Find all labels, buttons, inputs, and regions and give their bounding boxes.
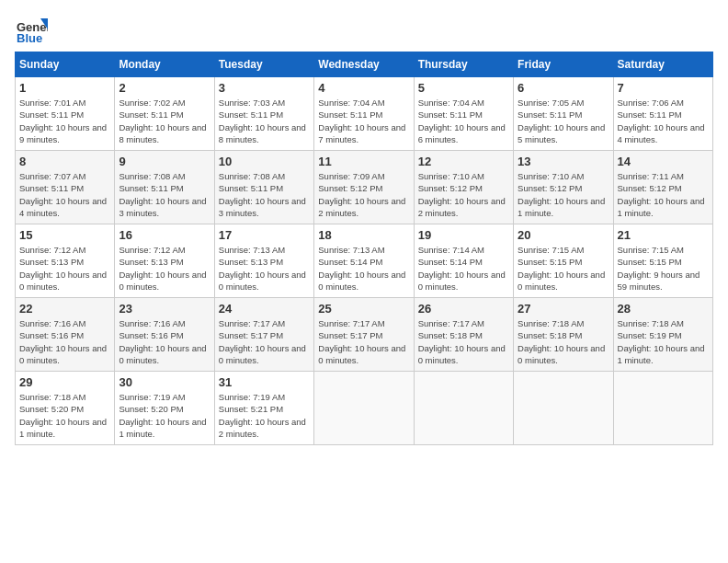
calendar-week-row: 29 Sunrise: 7:18 AM Sunset: 5:20 PM Dayl… (16, 372, 713, 445)
calendar-cell: 28 Sunrise: 7:18 AM Sunset: 5:19 PM Dayl… (613, 298, 712, 372)
day-number: 2 (119, 81, 210, 95)
day-info: Sunrise: 7:18 AM Sunset: 5:19 PM Dayligh… (618, 317, 709, 366)
calendar-week-row: 8 Sunrise: 7:07 AM Sunset: 5:11 PM Dayli… (16, 151, 713, 224)
day-number: 5 (418, 81, 509, 95)
day-info: Sunrise: 7:15 AM Sunset: 5:15 PM Dayligh… (618, 244, 709, 293)
calendar-cell: 16 Sunrise: 7:12 AM Sunset: 5:13 PM Dayl… (115, 224, 214, 298)
page-header: General Blue (15, 15, 713, 48)
calendar-cell: 14 Sunrise: 7:11 AM Sunset: 5:12 PM Dayl… (613, 151, 712, 224)
calendar-cell: 31 Sunrise: 7:19 AM Sunset: 5:21 PM Dayl… (214, 372, 313, 445)
calendar-cell: 2 Sunrise: 7:02 AM Sunset: 5:11 PM Dayli… (115, 77, 214, 151)
day-number: 28 (618, 302, 709, 316)
calendar-cell (613, 372, 712, 445)
day-number: 14 (618, 155, 709, 168)
calendar-cell: 21 Sunrise: 7:15 AM Sunset: 5:15 PM Dayl… (613, 224, 712, 298)
day-info: Sunrise: 7:10 AM Sunset: 5:12 PM Dayligh… (418, 170, 509, 219)
day-info: Sunrise: 7:04 AM Sunset: 5:11 PM Dayligh… (318, 97, 409, 145)
day-info: Sunrise: 7:11 AM Sunset: 5:12 PM Dayligh… (618, 170, 709, 219)
calendar-cell: 10 Sunrise: 7:08 AM Sunset: 5:11 PM Dayl… (214, 151, 313, 224)
day-number: 20 (518, 228, 609, 242)
day-info: Sunrise: 7:07 AM Sunset: 5:11 PM Dayligh… (19, 170, 110, 219)
day-info: Sunrise: 7:19 AM Sunset: 5:21 PM Dayligh… (219, 391, 310, 440)
day-number: 22 (19, 302, 110, 316)
day-info: Sunrise: 7:06 AM Sunset: 5:11 PM Dayligh… (618, 97, 709, 145)
day-info: Sunrise: 7:02 AM Sunset: 5:11 PM Dayligh… (119, 97, 210, 145)
day-info: Sunrise: 7:09 AM Sunset: 5:12 PM Dayligh… (318, 170, 409, 219)
weekday-header-monday: Monday (115, 52, 214, 77)
day-info: Sunrise: 7:04 AM Sunset: 5:11 PM Dayligh… (418, 97, 509, 145)
day-number: 19 (418, 228, 509, 242)
day-number: 24 (219, 302, 310, 316)
calendar-cell: 13 Sunrise: 7:10 AM Sunset: 5:12 PM Dayl… (514, 151, 613, 224)
day-info: Sunrise: 7:17 AM Sunset: 5:18 PM Dayligh… (418, 317, 509, 366)
calendar-cell: 27 Sunrise: 7:18 AM Sunset: 5:18 PM Dayl… (514, 298, 613, 372)
day-number: 15 (19, 228, 110, 242)
day-number: 29 (19, 375, 110, 389)
calendar-cell: 22 Sunrise: 7:16 AM Sunset: 5:16 PM Dayl… (16, 298, 115, 372)
day-number: 10 (219, 155, 310, 168)
weekday-header-saturday: Saturday (613, 52, 712, 77)
weekday-header-thursday: Thursday (414, 52, 513, 77)
day-info: Sunrise: 7:08 AM Sunset: 5:11 PM Dayligh… (219, 170, 310, 219)
calendar-week-row: 1 Sunrise: 7:01 AM Sunset: 5:11 PM Dayli… (16, 77, 713, 151)
day-info: Sunrise: 7:10 AM Sunset: 5:12 PM Dayligh… (518, 170, 609, 219)
calendar-cell: 24 Sunrise: 7:17 AM Sunset: 5:17 PM Dayl… (214, 298, 313, 372)
calendar-cell: 9 Sunrise: 7:08 AM Sunset: 5:11 PM Dayli… (115, 151, 214, 224)
day-info: Sunrise: 7:19 AM Sunset: 5:20 PM Dayligh… (119, 391, 210, 440)
svg-text:Blue: Blue (17, 31, 42, 45)
weekday-header-sunday: Sunday (16, 52, 115, 77)
day-number: 31 (219, 375, 310, 389)
calendar-week-row: 15 Sunrise: 7:12 AM Sunset: 5:13 PM Dayl… (16, 224, 713, 298)
calendar-cell: 11 Sunrise: 7:09 AM Sunset: 5:12 PM Dayl… (314, 151, 414, 224)
calendar-table: SundayMondayTuesdayWednesdayThursdayFrid… (15, 52, 713, 445)
day-number: 8 (19, 155, 110, 168)
calendar-cell (314, 372, 414, 445)
calendar-cell: 4 Sunrise: 7:04 AM Sunset: 5:11 PM Dayli… (314, 77, 414, 151)
day-info: Sunrise: 7:17 AM Sunset: 5:17 PM Dayligh… (219, 317, 310, 366)
calendar-cell: 12 Sunrise: 7:10 AM Sunset: 5:12 PM Dayl… (414, 151, 513, 224)
weekday-header-wednesday: Wednesday (314, 52, 414, 77)
calendar-cell: 3 Sunrise: 7:03 AM Sunset: 5:11 PM Dayli… (214, 77, 313, 151)
calendar-week-row: 22 Sunrise: 7:16 AM Sunset: 5:16 PM Dayl… (16, 298, 713, 372)
day-number: 12 (418, 155, 509, 168)
logo-icon: General Blue (15, 15, 48, 48)
day-info: Sunrise: 7:15 AM Sunset: 5:15 PM Dayligh… (518, 244, 609, 293)
calendar-cell: 20 Sunrise: 7:15 AM Sunset: 5:15 PM Dayl… (514, 224, 613, 298)
day-number: 9 (119, 155, 210, 168)
day-number: 17 (219, 228, 310, 242)
day-info: Sunrise: 7:13 AM Sunset: 5:14 PM Dayligh… (318, 244, 409, 293)
weekday-header-tuesday: Tuesday (214, 52, 313, 77)
logo: General Blue (15, 15, 48, 48)
day-number: 3 (219, 81, 310, 95)
day-number: 27 (518, 302, 609, 316)
day-info: Sunrise: 7:13 AM Sunset: 5:13 PM Dayligh… (219, 244, 310, 293)
day-info: Sunrise: 7:16 AM Sunset: 5:16 PM Dayligh… (19, 317, 110, 366)
calendar-cell: 30 Sunrise: 7:19 AM Sunset: 5:20 PM Dayl… (115, 372, 214, 445)
day-number: 23 (119, 302, 210, 316)
day-info: Sunrise: 7:01 AM Sunset: 5:11 PM Dayligh… (19, 97, 110, 145)
calendar-cell: 25 Sunrise: 7:17 AM Sunset: 5:17 PM Dayl… (314, 298, 414, 372)
calendar-cell: 19 Sunrise: 7:14 AM Sunset: 5:14 PM Dayl… (414, 224, 513, 298)
day-info: Sunrise: 7:17 AM Sunset: 5:17 PM Dayligh… (318, 317, 409, 366)
calendar-cell (414, 372, 513, 445)
day-info: Sunrise: 7:16 AM Sunset: 5:16 PM Dayligh… (119, 317, 210, 366)
calendar-cell: 29 Sunrise: 7:18 AM Sunset: 5:20 PM Dayl… (16, 372, 115, 445)
day-number: 11 (318, 155, 409, 168)
day-info: Sunrise: 7:03 AM Sunset: 5:11 PM Dayligh… (219, 97, 310, 145)
day-info: Sunrise: 7:18 AM Sunset: 5:20 PM Dayligh… (19, 391, 110, 440)
weekday-header-friday: Friday (514, 52, 613, 77)
day-info: Sunrise: 7:05 AM Sunset: 5:11 PM Dayligh… (518, 97, 609, 145)
day-number: 1 (19, 81, 110, 95)
day-number: 4 (318, 81, 409, 95)
calendar-cell: 8 Sunrise: 7:07 AM Sunset: 5:11 PM Dayli… (16, 151, 115, 224)
calendar-cell: 15 Sunrise: 7:12 AM Sunset: 5:13 PM Dayl… (16, 224, 115, 298)
day-number: 18 (318, 228, 409, 242)
calendar-cell: 6 Sunrise: 7:05 AM Sunset: 5:11 PM Dayli… (514, 77, 613, 151)
day-number: 25 (318, 302, 409, 316)
day-info: Sunrise: 7:12 AM Sunset: 5:13 PM Dayligh… (19, 244, 110, 293)
calendar-cell: 26 Sunrise: 7:17 AM Sunset: 5:18 PM Dayl… (414, 298, 513, 372)
day-number: 30 (119, 375, 210, 389)
day-info: Sunrise: 7:12 AM Sunset: 5:13 PM Dayligh… (119, 244, 210, 293)
day-number: 16 (119, 228, 210, 242)
day-info: Sunrise: 7:18 AM Sunset: 5:18 PM Dayligh… (518, 317, 609, 366)
